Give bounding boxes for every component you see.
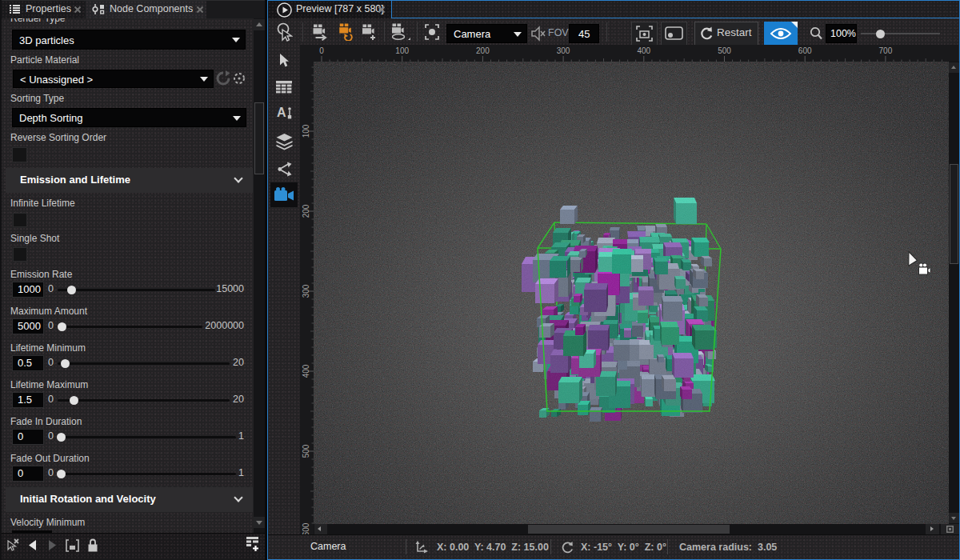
svg-text:0: 0 (319, 46, 324, 55)
svg-text:500: 500 (302, 444, 310, 458)
svg-text:500: 500 (718, 46, 731, 55)
svg-text:200: 200 (476, 46, 490, 55)
svg-text:700: 700 (879, 46, 893, 55)
svg-text:400: 400 (302, 364, 310, 378)
svg-text:600: 600 (798, 46, 812, 55)
svg-text:600: 600 (302, 522, 310, 534)
svg-text:100: 100 (302, 124, 310, 138)
svg-text:200: 200 (302, 204, 310, 218)
svg-text:100: 100 (395, 46, 409, 55)
svg-text:300: 300 (302, 284, 310, 298)
svg-text:A: A (277, 106, 286, 119)
svg-text:400: 400 (637, 46, 650, 55)
svg-text:300: 300 (557, 46, 570, 55)
